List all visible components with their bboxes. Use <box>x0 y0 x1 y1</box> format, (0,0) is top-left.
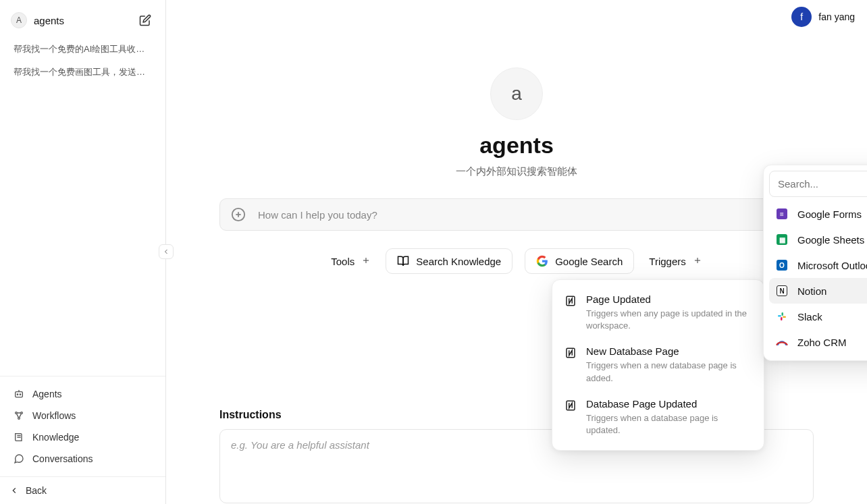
plus-icon <box>693 256 702 267</box>
chip-label: Google Search <box>555 256 623 267</box>
history-item[interactable]: 帮我找一个免费的AI绘图工具收藏到邮箱 <box>4 38 161 61</box>
instructions-placeholder: e.g. You are a helpful assistant <box>231 439 369 451</box>
google-forms-icon: ≡ <box>776 208 788 220</box>
notion-icon <box>564 399 577 412</box>
integration-google-sheets[interactable]: ▦ Google Sheets <box>769 227 867 252</box>
trigger-title: Database Page Updated <box>586 398 752 410</box>
integration-slack[interactable]: Slack <box>769 304 867 329</box>
integration-label: Notion <box>797 285 867 297</box>
triggers-label: Triggers <box>649 256 685 267</box>
agent-mini-avatar: A <box>11 12 27 28</box>
book-icon <box>14 432 24 443</box>
google-icon <box>536 255 548 267</box>
integration-label: Microsoft Outlook <box>797 260 867 271</box>
svg-point-5 <box>18 418 20 420</box>
search-knowledge-chip[interactable]: Search Knowledge <box>386 248 513 274</box>
chip-label: Search Knowledge <box>416 256 501 267</box>
tools-label: Tools <box>331 256 354 267</box>
sidebar: A agents 帮我找一个免费的AI绘图工具收藏到邮箱 帮我找一个免费画图工具… <box>0 0 166 504</box>
tools-button[interactable]: Tools <box>328 250 373 273</box>
trigger-option-page-updated[interactable]: Page Updated Triggers when any page is u… <box>552 287 764 339</box>
integration-notion[interactable]: N Notion <box>769 278 867 304</box>
nav-label: Knowledge <box>32 432 79 443</box>
svg-point-1 <box>17 394 18 395</box>
back-button[interactable]: Back <box>0 476 165 504</box>
prompt-input[interactable]: How can I help you today? <box>219 198 814 231</box>
edit-icon[interactable] <box>136 11 155 30</box>
svg-rect-19 <box>783 316 786 318</box>
plus-icon <box>361 256 371 267</box>
plus-circle-icon[interactable] <box>231 207 246 222</box>
nav-workflows[interactable]: Workflows <box>5 405 160 426</box>
integration-label: Zoho CRM <box>797 337 867 348</box>
book-open-icon <box>397 255 409 267</box>
notion-icon <box>564 295 577 307</box>
outlook-icon: O <box>776 259 788 271</box>
sidebar-collapse-handle[interactable] <box>159 244 174 259</box>
google-sheets-icon: ▦ <box>776 233 788 246</box>
triggers-button[interactable]: Triggers <box>646 250 704 273</box>
notion-icon: N <box>776 285 788 297</box>
action-row: Tools Search Knowledge Google Search Tri… <box>219 248 814 274</box>
integration-label: Google Forms <box>797 208 867 220</box>
trigger-option-new-database-page[interactable]: New Database Page Triggers when a new da… <box>552 339 764 391</box>
integration-zoho-crm[interactable]: Zoho CRM <box>769 329 867 355</box>
robot-icon <box>14 389 24 399</box>
agent-subtitle: 一个内外部知识搜索智能体 <box>456 165 577 178</box>
svg-rect-21 <box>782 312 784 316</box>
nav-label: Workflows <box>32 410 76 421</box>
svg-point-3 <box>16 412 18 414</box>
main: f fan yang a agents 一个内外部知识搜索智能体 How can… <box>166 0 867 504</box>
trigger-desc: Triggers when a new database page is add… <box>586 360 752 384</box>
integrations-list: ≡ Google Forms ▦ Google Sheets O Microso… <box>769 201 867 355</box>
trigger-option-database-page-updated[interactable]: Database Page Updated Triggers when a da… <box>552 391 764 443</box>
sidebar-header: A agents <box>0 0 165 38</box>
prompt-placeholder: How can I help you today? <box>258 209 802 221</box>
trigger-desc: Triggers when a database page is updated… <box>586 412 752 437</box>
chat-icon <box>14 453 24 464</box>
svg-point-4 <box>21 412 23 414</box>
user-avatar: f <box>791 7 812 27</box>
nav-agents[interactable]: Agents <box>5 383 160 405</box>
svg-rect-18 <box>778 315 781 317</box>
trigger-desc: Triggers when any page is updated in the… <box>586 308 752 332</box>
trigger-title: New Database Page <box>586 345 752 357</box>
integrations-popover: ≡ Google Forms ▦ Google Sheets O Microso… <box>763 165 867 361</box>
sidebar-title: agents <box>34 15 136 26</box>
sidebar-nav: Agents Workflows Knowledge Conversations <box>0 376 165 476</box>
integrations-search-input[interactable] <box>769 171 867 197</box>
integration-google-forms[interactable]: ≡ Google Forms <box>769 201 867 227</box>
notion-icon <box>564 347 577 359</box>
user-name: fan yang <box>818 11 855 22</box>
chevron-left-icon <box>9 486 19 495</box>
nav-knowledge[interactable]: Knowledge <box>5 426 160 448</box>
triggers-popover: Page Updated Triggers when any page is u… <box>552 279 764 451</box>
user-menu[interactable]: f fan yang <box>791 7 855 27</box>
nav-label: Agents <box>32 389 62 399</box>
integration-label: Google Sheets <box>797 234 867 246</box>
integration-microsoft-outlook[interactable]: O Microsoft Outlook <box>769 252 867 278</box>
history-item[interactable]: 帮我找一个免费画图工具，发送到我的邮件 <box>4 61 161 84</box>
svg-rect-0 <box>16 392 23 397</box>
integration-label: Slack <box>797 311 867 323</box>
svg-rect-20 <box>781 317 783 320</box>
nav-conversations[interactable]: Conversations <box>5 448 160 470</box>
nav-label: Conversations <box>32 453 93 464</box>
history-list: 帮我找一个免费的AI绘图工具收藏到邮箱 帮我找一个免费画图工具，发送到我的邮件 <box>0 38 165 84</box>
google-search-chip[interactable]: Google Search <box>525 248 634 274</box>
agent-title: agents <box>479 132 554 159</box>
chevron-left-icon <box>162 248 170 256</box>
back-label: Back <box>26 485 47 496</box>
zoho-icon <box>776 336 788 348</box>
svg-point-2 <box>20 394 20 395</box>
slack-icon <box>776 310 788 323</box>
workflow-icon <box>14 410 24 421</box>
trigger-title: Page Updated <box>586 293 752 305</box>
agent-avatar: a <box>490 67 543 120</box>
